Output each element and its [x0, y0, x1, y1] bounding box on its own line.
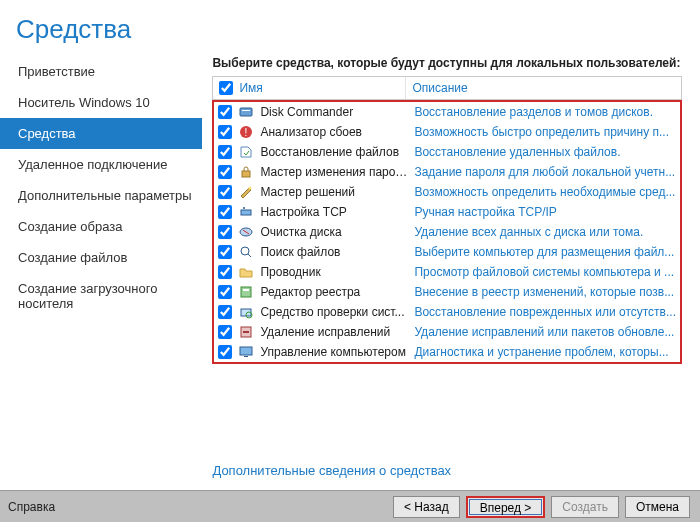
- back-button[interactable]: < Назад: [393, 496, 460, 518]
- row-description: Просмотр файловой системы компьютера и .…: [410, 265, 676, 279]
- row-checkbox[interactable]: [218, 105, 232, 119]
- help-link[interactable]: Справка: [8, 500, 55, 514]
- row-checkbox[interactable]: [218, 185, 232, 199]
- sidebar-item-6[interactable]: Создание файлов: [0, 242, 202, 273]
- sidebar-item-3[interactable]: Удаленное подключение: [0, 149, 202, 180]
- content: Выберите средства, которые будут доступн…: [202, 50, 700, 490]
- sidebar-item-0[interactable]: Приветствие: [0, 56, 202, 87]
- cancel-button[interactable]: Отмена: [625, 496, 690, 518]
- row-checkbox[interactable]: [218, 245, 232, 259]
- file-search-icon: [238, 244, 254, 260]
- row-description: Удаление исправлений или пакетов обновле…: [410, 325, 676, 339]
- table-row[interactable]: Очистка дискаУдаление всех данных с диск…: [214, 222, 680, 242]
- row-description: Задание пароля для любой локальной учетн…: [410, 165, 676, 179]
- row-checkbox[interactable]: [218, 345, 232, 359]
- table-row[interactable]: Disk CommanderВосстановление разделов и …: [214, 102, 680, 122]
- table-row[interactable]: Восстановление файловВосстановление удал…: [214, 142, 680, 162]
- row-checkbox[interactable]: [218, 125, 232, 139]
- tools-list: Disk CommanderВосстановление разделов и …: [212, 100, 682, 364]
- row-checkbox[interactable]: [218, 145, 232, 159]
- row-description: Возможность быстро определить причину п.…: [410, 125, 676, 139]
- row-description: Диагностика и устранение проблем, которы…: [410, 345, 676, 359]
- svg-point-7: [243, 207, 245, 209]
- file-restore-icon: [238, 144, 254, 160]
- svg-rect-4: [242, 171, 250, 177]
- sidebar-item-5[interactable]: Создание образа: [0, 211, 202, 242]
- explorer-icon: [238, 264, 254, 280]
- svg-rect-16: [244, 356, 248, 357]
- row-checkbox[interactable]: [218, 285, 232, 299]
- table-row[interactable]: Мастер изменения паролейЗадание пароля д…: [214, 162, 680, 182]
- svg-rect-0: [240, 108, 252, 116]
- row-name: Восстановление файлов: [260, 145, 410, 159]
- row-description: Внесение в реестр изменений, которые поз…: [410, 285, 676, 299]
- table-row[interactable]: Настройка TCPРучная настройка TCP/IP: [214, 202, 680, 222]
- sidebar-item-4[interactable]: Дополнительные параметры: [0, 180, 202, 211]
- select-all-checkbox[interactable]: [219, 81, 233, 95]
- header-desc-col[interactable]: Описание: [405, 77, 681, 99]
- row-description: Восстановление разделов и томов дисков.: [410, 105, 676, 119]
- row-checkbox[interactable]: [218, 325, 232, 339]
- svg-rect-15: [240, 347, 252, 355]
- svg-rect-10: [241, 287, 251, 297]
- table-row[interactable]: Поиск файловВыберите компьютер для разме…: [214, 242, 680, 262]
- footer-bar: Справка < Назад Вперед > Создать Отмена: [0, 490, 700, 522]
- locksmith-icon: [238, 164, 254, 180]
- svg-point-9: [241, 247, 249, 255]
- sidebar-item-2[interactable]: Средства: [0, 118, 202, 149]
- row-checkbox[interactable]: [218, 205, 232, 219]
- svg-text:!: !: [245, 127, 248, 138]
- tcp-config-icon: [238, 204, 254, 220]
- crash-analyzer-icon: !: [238, 124, 254, 140]
- sidebar-item-7[interactable]: Создание загрузочного носителя: [0, 273, 202, 319]
- svg-rect-6: [241, 210, 251, 215]
- row-name: Мастер изменения паролей: [260, 165, 410, 179]
- registry-editor-icon: [238, 284, 254, 300]
- hotfix-uninstall-icon: [238, 324, 254, 340]
- next-button-highlight: Вперед >: [466, 496, 546, 518]
- header-name-label: Имя: [239, 81, 262, 95]
- computer-management-icon: [238, 344, 254, 360]
- sfc-scan-icon: [238, 304, 254, 320]
- row-description: Возможность определить необходимые сред.…: [410, 185, 676, 199]
- page-title: Средства: [0, 0, 700, 55]
- table-row[interactable]: !Анализатор сбоевВозможность быстро опре…: [214, 122, 680, 142]
- svg-rect-11: [243, 289, 249, 291]
- table-row[interactable]: Управление компьютеромДиагностика и устр…: [214, 342, 680, 362]
- row-description: Ручная настройка TCP/IP: [410, 205, 676, 219]
- sidebar: ПриветствиеНоситель Windows 10СредстваУд…: [0, 50, 202, 490]
- svg-point-5: [249, 187, 252, 190]
- row-name: Управление компьютером: [260, 345, 410, 359]
- header-name-col[interactable]: Имя: [213, 77, 405, 99]
- row-name: Настройка TCP: [260, 205, 410, 219]
- row-name: Редактор реестра: [260, 285, 410, 299]
- row-checkbox[interactable]: [218, 265, 232, 279]
- row-name: Очистка диска: [260, 225, 410, 239]
- sidebar-item-1[interactable]: Носитель Windows 10: [0, 87, 202, 118]
- row-checkbox[interactable]: [218, 165, 232, 179]
- table-row[interactable]: Мастер решенийВозможность определить нео…: [214, 182, 680, 202]
- row-name: Анализатор сбоев: [260, 125, 410, 139]
- row-checkbox[interactable]: [218, 225, 232, 239]
- row-checkbox[interactable]: [218, 305, 232, 319]
- row-name: Мастер решений: [260, 185, 410, 199]
- row-name: Удаление исправлений: [260, 325, 410, 339]
- solution-wizard-icon: [238, 184, 254, 200]
- svg-rect-1: [242, 110, 250, 111]
- row-name: Disk Commander: [260, 105, 410, 119]
- disk-commander-icon: [238, 104, 254, 120]
- table-row[interactable]: Средство проверки сист...Восстановление …: [214, 302, 680, 322]
- table-row[interactable]: ПроводникПросмотр файловой системы компь…: [214, 262, 680, 282]
- header-desc-label: Описание: [412, 81, 467, 95]
- table-row[interactable]: Удаление исправленийУдаление исправлений…: [214, 322, 680, 342]
- main: ПриветствиеНоситель Windows 10СредстваУд…: [0, 50, 700, 490]
- next-button[interactable]: Вперед >: [469, 499, 543, 515]
- create-button: Создать: [551, 496, 619, 518]
- disk-wipe-icon: [238, 224, 254, 240]
- row-description: Восстановление поврежденных или отсутств…: [410, 305, 676, 319]
- row-name: Средство проверки сист...: [260, 305, 410, 319]
- table-header: Имя Описание: [212, 76, 682, 100]
- more-info-link[interactable]: Дополнительные сведения о средствах: [212, 463, 682, 478]
- row-name: Поиск файлов: [260, 245, 410, 259]
- table-row[interactable]: Редактор реестраВнесение в реестр измене…: [214, 282, 680, 302]
